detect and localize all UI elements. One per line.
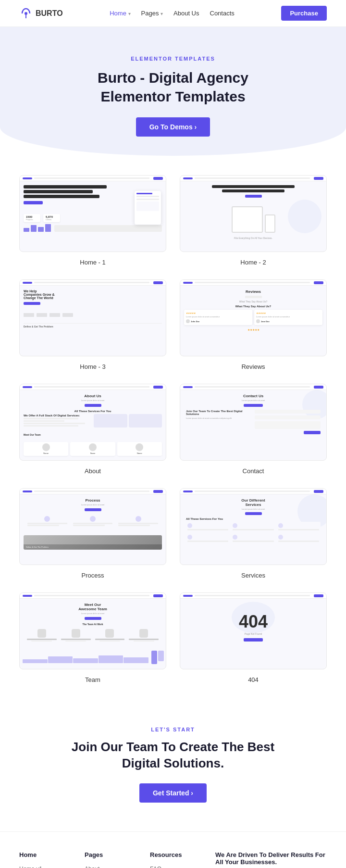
nav-link-pages[interactable]: Pages ▾: [141, 10, 163, 17]
cta-title: Join Our Team To Create The BestDigital …: [19, 739, 327, 772]
footer-col-resources: Resources FAQ Reviews 404 Error Counters: [150, 851, 206, 868]
footer-top: Home Home v1 Home v2 Home v3 Home v4 Pag…: [19, 851, 327, 868]
demo-card-404: 404 Page Not Found 404: [180, 592, 327, 683]
footer-link-about[interactable]: About: [85, 866, 99, 868]
hero-title: Burto - Digital AgencyElementor Template…: [19, 68, 327, 106]
footer-link-faq[interactable]: FAQ: [150, 866, 161, 868]
demo-label-home1: Home - 1: [80, 259, 105, 266]
demo-card-home2: File Everything On All Your Devices. Hom…: [180, 175, 327, 266]
hero-eyebrow: ELEMENTOR TEMPLATES: [19, 56, 327, 62]
chevron-down-icon: ▾: [128, 11, 131, 16]
demo-label-home3: Home - 3: [80, 363, 105, 370]
svg-point-0: [25, 12, 27, 15]
demo-preview-services[interactable]: Our DifferentServices Lorem ipsum dolor …: [180, 488, 327, 565]
navbar: BURTO Home ▾ Pages ▾ About Us Contacts P…: [0, 0, 346, 27]
demo-card-contact: Contact Us Lorem ipsum dolor sit amet Jo…: [180, 384, 327, 475]
hero-section: ELEMENTOR TEMPLATES Burto - Digital Agen…: [0, 27, 346, 156]
demo-preview-home1[interactable]: 1500Projects 5,870Clients: [19, 175, 166, 252]
footer-col-pages-title: Pages: [85, 851, 140, 858]
demo-card-home3: We HelpCompanies Grow &Change The World …: [19, 279, 166, 370]
demo-card-reviews: Reviews What They Say About Us? What The…: [180, 279, 327, 370]
footer-link-homev1[interactable]: Home v1: [19, 866, 42, 868]
demo-preview-about[interactable]: About Us Lorem ipsum dolor sit amet All …: [19, 384, 166, 461]
cta-section: LET'S START Join Our Team To Create The …: [0, 698, 346, 831]
footer-col-brand: We Are Driven To Deliver Results For All…: [215, 851, 327, 868]
footer: Home Home v1 Home v2 Home v3 Home v4 Pag…: [0, 831, 346, 868]
demos-grid: 1500Projects 5,870Clients Home - 1: [19, 175, 327, 683]
footer-col-pages: Pages About Pricing Team Contact: [85, 851, 140, 868]
demo-card-team: Meet OurAwesome Team Lorem ipsum dolor s…: [19, 592, 166, 683]
demo-card-process: Process Lorem ipsum dolor sit amet Def: [19, 488, 166, 579]
demo-label-home2: Home - 2: [240, 259, 266, 266]
demo-label-contact: Contact: [243, 467, 264, 475]
purchase-button[interactable]: Purchase: [281, 6, 327, 21]
demo-label-services: Services: [241, 572, 265, 579]
footer-col-resources-title: Resources: [150, 851, 206, 858]
demo-card-services: Our DifferentServices Lorem ipsum dolor …: [180, 488, 327, 579]
nav-logo-text: BURTO: [36, 9, 63, 18]
demo-preview-team[interactable]: Meet OurAwesome Team Lorem ipsum dolor s…: [19, 592, 166, 669]
demo-preview-404[interactable]: 404 Page Not Found: [180, 592, 327, 669]
nav-link-home[interactable]: Home ▾: [110, 10, 130, 17]
demo-label-team: Team: [85, 676, 100, 683]
nav-logo[interactable]: BURTO: [19, 7, 63, 20]
cta-button[interactable]: Get Started ›: [139, 783, 207, 803]
nav-link-about[interactable]: About Us: [173, 10, 199, 17]
nav-links: Home ▾ Pages ▾ About Us Contacts: [110, 10, 235, 17]
demo-card-home1: 1500Projects 5,870Clients Home - 1: [19, 175, 166, 266]
demo-preview-contact[interactable]: Contact Us Lorem ipsum dolor sit amet Jo…: [180, 384, 327, 461]
chevron-down-icon: ▾: [161, 11, 163, 16]
demo-label-about: About: [85, 467, 101, 475]
demo-preview-process[interactable]: Process Lorem ipsum dolor sit amet Def: [19, 488, 166, 565]
demo-preview-reviews[interactable]: Reviews What They Say About Us? What The…: [180, 279, 327, 356]
demo-label-process: Process: [82, 572, 104, 579]
footer-brand-text: We Are Driven To Deliver Results For All…: [215, 851, 327, 866]
demo-label-404: 404: [248, 676, 259, 683]
footer-col-home-title: Home: [19, 851, 75, 858]
demo-preview-home2[interactable]: File Everything On All Your Devices.: [180, 175, 327, 252]
demo-card-about: About Us Lorem ipsum dolor sit amet All …: [19, 384, 166, 475]
nav-link-contacts[interactable]: Contacts: [210, 10, 235, 17]
demo-preview-home3[interactable]: We HelpCompanies Grow &Change The World …: [19, 279, 166, 356]
hero-cta-button[interactable]: Go To Demos ›: [136, 117, 210, 137]
cta-eyebrow: LET'S START: [19, 727, 327, 732]
footer-col-home: Home Home v1 Home v2 Home v3 Home v4: [19, 851, 75, 868]
demo-label-reviews: Reviews: [241, 363, 265, 370]
demos-section: 1500Projects 5,870Clients Home - 1: [0, 161, 346, 698]
